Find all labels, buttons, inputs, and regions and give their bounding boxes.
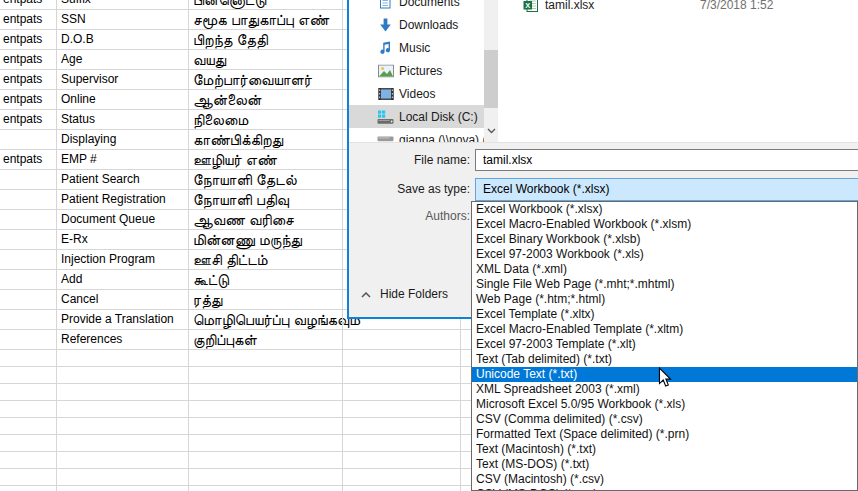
file-type-option[interactable]: Microsoft Excel 5.0/95 Workbook (*.xls) (472, 397, 857, 412)
cell-tamil[interactable]: சமூக பாதுகாப்பு எண் (188, 10, 329, 29)
cell-english[interactable]: Patient Registration (56, 190, 188, 209)
pictures-icon (377, 63, 394, 78)
cell-tamil[interactable]: மின்னணு மருந்து (188, 230, 302, 249)
cell-col-a[interactable]: entpats (0, 110, 56, 129)
file-name-label: File name: (349, 153, 470, 167)
file-type-option[interactable]: Single File Web Page (*.mht;*.mhtml) (472, 277, 857, 292)
cell-col-a[interactable] (0, 290, 56, 309)
cell-tamil[interactable]: கூட்டு (188, 270, 229, 289)
file-type-option[interactable]: Text (MS-DOS) (*.txt) (472, 457, 857, 472)
cell-col-a[interactable]: entpats (0, 90, 56, 109)
cell-tamil[interactable]: ஆவண வரிசை (188, 210, 294, 229)
cell-tamil[interactable]: குறிப்புகள் (188, 330, 257, 349)
cell-english[interactable]: Online (56, 90, 188, 109)
cell-tamil[interactable]: மொழிபெயர்ப்பு வழங்கவும் (188, 310, 360, 329)
file-type-option[interactable]: Excel Macro-Enabled Template (*.xltm) (472, 322, 857, 337)
cell-col-a[interactable] (0, 130, 56, 149)
nav-item-pictures[interactable]: Pictures (349, 59, 484, 82)
file-type-dropdown: Excel Workbook (*.xlsx) Excel Macro-Enab… (471, 201, 858, 491)
cell-tamil[interactable]: ஆன்லைன் (188, 90, 261, 109)
nav-item-music[interactable]: Music (349, 36, 484, 59)
gridline-col-a (56, 0, 57, 491)
cell-english[interactable]: Displaying (56, 130, 188, 149)
hide-folders-button[interactable]: Hide Folders (355, 284, 454, 304)
file-type-option[interactable]: Excel 97-2003 Template (*.xlt) (472, 337, 857, 352)
file-name-text: tamil.xlsx (545, 0, 594, 12)
cell-col-a[interactable] (0, 330, 56, 349)
mouse-cursor (657, 367, 673, 392)
cell-col-a[interactable] (0, 250, 56, 269)
cell-tamil[interactable]: பிறந்த தேதி (188, 30, 268, 49)
file-type-option[interactable]: Excel Workbook (*.xlsx) (472, 202, 857, 217)
cell-english[interactable]: Supervisor (56, 70, 188, 89)
cell-col-a[interactable] (0, 230, 56, 249)
file-type-option[interactable]: Excel Macro-Enabled Workbook (*.xlsm) (472, 217, 857, 232)
file-list-item[interactable]: X tamil.xlsx 7/3/2018 1:52 (498, 0, 858, 14)
cell-english[interactable]: Cancel (56, 290, 188, 309)
cell-english[interactable]: Age (56, 50, 188, 69)
cell-tamil[interactable]: ஊழியர் எண் (188, 150, 277, 169)
file-name-input[interactable]: tamil.xlsx (475, 149, 858, 171)
file-type-option[interactable]: Excel 97-2003 Workbook (*.xls) (472, 247, 857, 262)
cell-english[interactable]: Injection Program (56, 250, 188, 269)
cell-tamil[interactable]: நோயாளி பதிவு (188, 190, 289, 209)
file-type-option[interactable]: Formatted Text (Space delimited) (*.prn) (472, 427, 857, 442)
save-as-type-combobox[interactable]: Excel Workbook (*.xlsx) (475, 178, 858, 201)
cell-col-a[interactable] (0, 190, 56, 209)
nav-item-videos[interactable]: Videos (349, 82, 484, 105)
cell-col-a[interactable] (0, 210, 56, 229)
cell-col-a[interactable]: entpats (0, 150, 56, 169)
nav-item-downloads[interactable]: Downloads (349, 13, 484, 36)
cell-english[interactable]: References (56, 330, 188, 349)
cell-english[interactable]: Patient Search (56, 170, 188, 189)
file-type-option[interactable]: Text (Macintosh) (*.txt) (472, 442, 857, 457)
cell-col-a[interactable] (0, 170, 56, 189)
cell-tamil[interactable]: பின்னொட்டு (188, 0, 266, 9)
file-type-option[interactable]: CSV (Comma delimited) (*.csv) (472, 412, 857, 427)
cell-english[interactable]: D.O.B (56, 30, 188, 49)
cell-col-a[interactable] (0, 310, 56, 329)
nav-item-documents[interactable]: Documents (349, 0, 484, 13)
cell-english[interactable]: Add (56, 270, 188, 289)
cell-english[interactable]: E-Rx (56, 230, 188, 249)
file-type-option[interactable]: CSV (Macintosh) (*.csv) (472, 472, 857, 487)
file-type-option[interactable]: Excel Template (*.xltx) (472, 307, 857, 322)
cell-english[interactable]: Provide a Translation (56, 310, 188, 329)
cell-english[interactable]: Status (56, 110, 188, 129)
nav-scroll-down-arrow[interactable] (484, 122, 498, 140)
cell-col-a[interactable]: entpats (0, 0, 56, 9)
file-list: X tamil.xlsx 7/3/2018 1:52 (498, 0, 858, 143)
cell-tamil[interactable]: நோயாளி தேடல் (188, 170, 297, 189)
authors-label: Authors: (349, 209, 470, 223)
nav-item-local-disk-c[interactable]: Local Disk (C:) (349, 105, 484, 128)
file-type-option[interactable]: Text (Tab delimited) (*.txt) (472, 352, 857, 367)
documents-icon (377, 0, 394, 9)
cell-tamil[interactable]: நிலைமை (188, 110, 248, 129)
network-disk-icon (377, 132, 394, 143)
cell-english[interactable]: EMP # (56, 150, 188, 169)
cell-col-a[interactable]: entpats (0, 70, 56, 89)
nav-scrollbar[interactable] (484, 0, 498, 143)
file-type-option[interactable]: Web Page (*.htm;*.html) (472, 292, 857, 307)
cell-col-a[interactable]: entpats (0, 30, 56, 49)
nav-item-gianna-nova[interactable]: gianna (\\nova) ( (349, 128, 484, 143)
cell-tamil[interactable]: வயது (188, 50, 226, 69)
cell-col-a[interactable]: entpats (0, 50, 56, 69)
cell-tamil[interactable]: ஊசி திட்டம் (188, 250, 268, 269)
cell-col-a[interactable] (0, 270, 56, 289)
downloads-icon (377, 17, 394, 32)
file-type-option[interactable]: XML Data (*.xml) (472, 262, 857, 277)
cell-col-a[interactable]: entpats (0, 10, 56, 29)
cell-english[interactable]: Document Queue (56, 210, 188, 229)
cell-english[interactable]: SSN (56, 10, 188, 29)
cell-english[interactable]: Suffix (56, 0, 188, 9)
navigation-pane: Documents Downloads Music Pictures Video… (349, 0, 484, 143)
cell-tamil[interactable]: மேற்பார்வையாளர் (188, 70, 312, 89)
cell-tamil[interactable]: ரத்து (188, 290, 222, 309)
save-as-type-label: Save as type: (349, 182, 470, 196)
nav-scrollbar-thumb[interactable] (484, 50, 498, 108)
file-modified-date: 7/3/2018 1:52 (700, 0, 773, 12)
file-type-option[interactable]: Excel Binary Workbook (*.xlsb) (472, 232, 857, 247)
cell-tamil[interactable]: காண்பிக்கிறது (188, 130, 283, 149)
file-type-option[interactable]: CSV (MS-DOS) (*.csv) (472, 487, 857, 491)
